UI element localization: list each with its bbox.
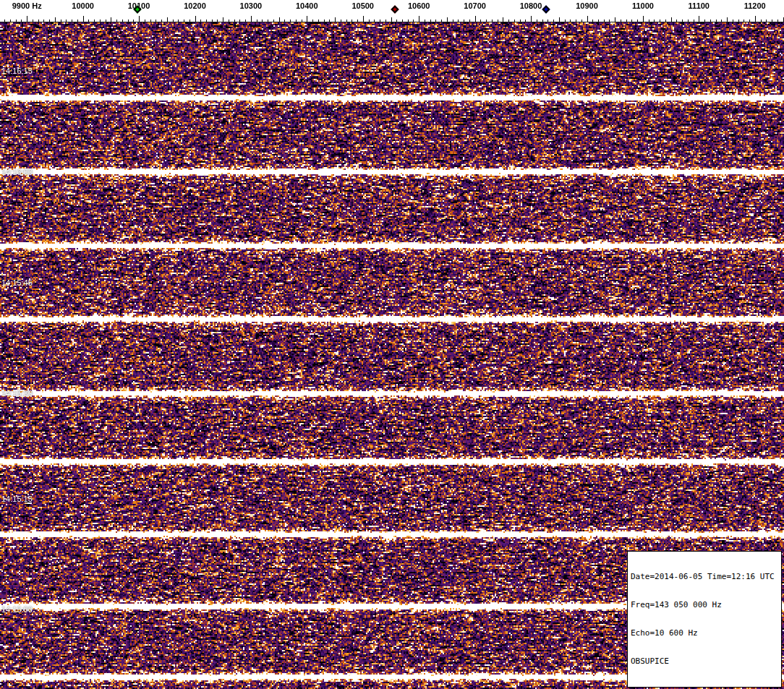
ruler-tick bbox=[200, 20, 201, 22]
ruler-tick bbox=[268, 20, 268, 22]
ruler-frequency-label: 10600 bbox=[408, 1, 430, 10]
ruler-tick bbox=[21, 20, 22, 22]
ruler-tick bbox=[16, 20, 17, 22]
ruler-tick bbox=[565, 20, 566, 22]
ruler-tick bbox=[631, 20, 632, 22]
ruler-tick bbox=[694, 20, 694, 22]
ruler-tick bbox=[492, 20, 493, 22]
ruler-tick bbox=[279, 17, 280, 22]
ruler-tick bbox=[547, 20, 548, 22]
ruler-tick bbox=[671, 17, 672, 22]
ruler-tick bbox=[425, 20, 425, 22]
ruler-tick bbox=[133, 20, 134, 22]
ruler-tick bbox=[609, 20, 610, 22]
ruler-tick bbox=[621, 20, 621, 22]
ruler-tick bbox=[749, 20, 750, 22]
ruler-tick bbox=[475, 16, 476, 22]
ruler-frequency-label: 10400 bbox=[296, 1, 318, 10]
ruler-tick bbox=[189, 20, 190, 22]
ruler-tick bbox=[307, 16, 307, 22]
ruler-tick bbox=[716, 20, 717, 22]
ruler-tick bbox=[766, 20, 767, 22]
ruler-tick bbox=[486, 20, 487, 22]
ruler-tick bbox=[167, 17, 168, 22]
ruler-tick bbox=[128, 20, 129, 22]
ruler-tick bbox=[329, 20, 330, 22]
ruler-tick bbox=[290, 20, 291, 22]
info-line-freq: Freq=143 050 000 Hz bbox=[631, 600, 778, 609]
ruler-tick bbox=[453, 20, 453, 22]
ruler-tick bbox=[273, 20, 274, 22]
spectrogram-window: 9900 Hz100001010010200103001040010500106… bbox=[0, 0, 784, 689]
ruler-tick bbox=[245, 20, 246, 22]
ruler-tick bbox=[369, 20, 370, 22]
ruler-tick bbox=[419, 16, 419, 22]
ruler-tick bbox=[223, 17, 223, 22]
ruler-tick bbox=[296, 20, 297, 22]
ruler-tick bbox=[173, 20, 174, 22]
frequency-marker-red[interactable] bbox=[391, 5, 399, 13]
info-line-date: Date=2014-06-05 Time=12:16 UTC bbox=[631, 572, 778, 581]
ruler-tick bbox=[743, 20, 744, 22]
ruler-tick bbox=[727, 17, 728, 22]
ruler-tick bbox=[576, 20, 576, 22]
ruler-tick bbox=[111, 17, 111, 22]
ruler-tick bbox=[704, 20, 705, 22]
ruler-tick bbox=[100, 20, 101, 22]
ruler-tick bbox=[374, 20, 375, 22]
ruler-tick bbox=[66, 20, 67, 22]
ruler-tick bbox=[587, 16, 588, 22]
info-box: Date=2014-06-05 Time=12:16 UTC Freq=143 … bbox=[627, 551, 782, 688]
ruler-tick bbox=[458, 20, 459, 22]
ruler-tick bbox=[710, 20, 711, 22]
ruler-tick bbox=[94, 20, 95, 22]
info-line-echo: Echo=10 600 Hz bbox=[631, 628, 778, 638]
ruler-tick bbox=[234, 20, 235, 22]
ruler-tick bbox=[116, 20, 117, 22]
ruler-tick bbox=[385, 20, 386, 22]
ruler-tick bbox=[525, 20, 526, 22]
ruler-tick bbox=[553, 20, 554, 22]
ruler-frequency-label: 10200 bbox=[184, 1, 206, 10]
ruler-tick bbox=[357, 20, 358, 22]
ruler-frequency-label: 10700 bbox=[464, 1, 486, 10]
ruler-tick bbox=[10, 20, 11, 22]
ruler-tick bbox=[139, 16, 140, 22]
ruler-tick bbox=[83, 16, 84, 22]
ruler-tick bbox=[341, 20, 341, 22]
ruler-tick bbox=[654, 20, 655, 22]
ruler-tick bbox=[122, 20, 123, 22]
frequency-ruler[interactable]: 9900 Hz100001010010200103001040010500106… bbox=[0, 0, 784, 22]
ruler-tick bbox=[43, 20, 44, 22]
ruler-tick bbox=[570, 20, 571, 22]
ruler-tick bbox=[498, 20, 498, 22]
ruler-tick bbox=[660, 20, 660, 22]
ruler-tick bbox=[27, 16, 27, 22]
ruler-tick bbox=[72, 20, 72, 22]
ruler-tick bbox=[520, 20, 521, 22]
ruler-tick bbox=[761, 20, 762, 22]
ruler-tick bbox=[150, 20, 151, 22]
ruler-tick bbox=[435, 20, 436, 22]
ruler-tick bbox=[649, 20, 649, 22]
ruler-tick bbox=[217, 20, 218, 22]
ruler-tick bbox=[592, 20, 593, 22]
ruler-tick bbox=[335, 17, 336, 22]
ruler-tick bbox=[195, 16, 196, 22]
ruler-tick bbox=[688, 20, 689, 22]
ruler-tick bbox=[145, 20, 145, 22]
ruler-tick bbox=[318, 20, 319, 22]
ruler-tick bbox=[604, 20, 605, 22]
ruler-tick bbox=[637, 20, 638, 22]
ruler-tick bbox=[480, 20, 481, 22]
frequency-marker-blue[interactable] bbox=[542, 5, 550, 13]
ruler-tick bbox=[49, 20, 50, 22]
ruler-tick bbox=[302, 20, 302, 22]
ruler-tick bbox=[542, 20, 543, 22]
ruler-tick bbox=[155, 20, 156, 22]
ruler-tick bbox=[559, 17, 560, 22]
spectrogram-area[interactable]: 14:16:1514:16:0014:15:4514:15:3014:15:15… bbox=[0, 22, 784, 689]
ruler-tick bbox=[598, 20, 599, 22]
ruler-tick bbox=[33, 20, 33, 22]
ruler-tick bbox=[184, 20, 184, 22]
